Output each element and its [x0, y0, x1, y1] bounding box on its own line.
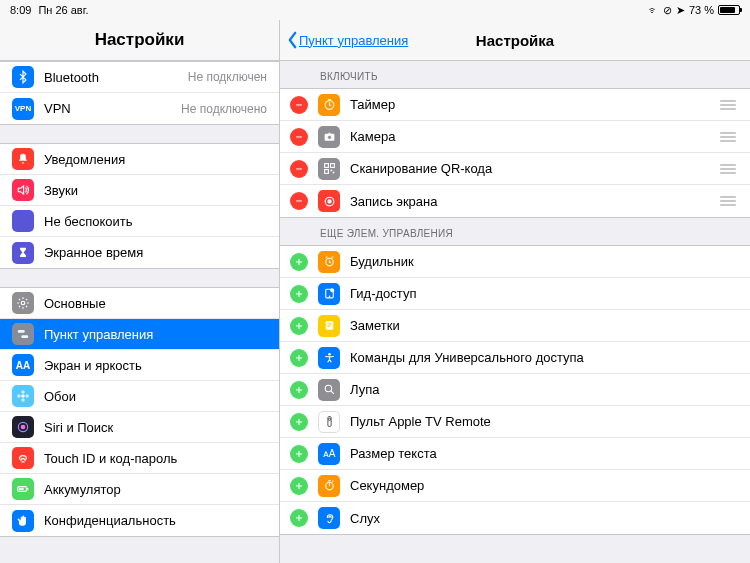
hand-icon: [12, 510, 34, 532]
vpn-icon: VPN: [12, 98, 34, 120]
alarm-icon: [318, 251, 340, 273]
svg-point-5: [21, 398, 25, 402]
sidebar-item-hourglass[interactable]: Экранное время: [0, 237, 279, 268]
sidebar: Настройки BluetoothНе подключенVPNVPNНе …: [0, 20, 280, 563]
control-item-textsize[interactable]: ᴀAРазмер текста: [280, 438, 750, 470]
switches-icon: [12, 323, 34, 345]
sidebar-item-siri[interactable]: Siri и Поиск: [0, 412, 279, 443]
sidebar-item-label: Конфиденциальность: [44, 513, 267, 528]
control-item-access[interactable]: Команды для Универсального доступа: [280, 342, 750, 374]
add-button[interactable]: [290, 253, 308, 271]
back-button[interactable]: Пункт управления: [286, 31, 408, 49]
remove-button[interactable]: [290, 192, 308, 210]
bell-icon: [12, 148, 34, 170]
svg-rect-23: [332, 172, 334, 174]
sidebar-item-label: Bluetooth: [44, 70, 188, 85]
detail-title: Настройка: [476, 32, 554, 49]
remove-button[interactable]: [290, 128, 308, 146]
section-header-include: Включить: [280, 61, 750, 88]
remove-button[interactable]: [290, 96, 308, 114]
control-item-label: Пульт Apple TV Remote: [350, 414, 738, 429]
add-button[interactable]: [290, 349, 308, 367]
svg-rect-11: [27, 488, 28, 490]
gear-icon: [12, 292, 34, 314]
sidebar-item-switches[interactable]: Пункт управления: [0, 319, 279, 350]
svg-rect-2: [21, 335, 28, 338]
svg-point-40: [328, 353, 331, 356]
sidebar-item-moon[interactable]: Не беспокоить: [0, 206, 279, 237]
sidebar-item-battery[interactable]: Аккумулятор: [0, 474, 279, 505]
sidebar-item-detail: Не подключен: [188, 70, 267, 84]
control-item-label: Камера: [350, 129, 718, 144]
svg-point-3: [21, 394, 25, 398]
add-button[interactable]: [290, 317, 308, 335]
svg-rect-1: [18, 330, 25, 333]
add-button[interactable]: [290, 509, 308, 527]
sidebar-item-label: Siri и Поиск: [44, 420, 267, 435]
drag-handle[interactable]: [718, 100, 738, 110]
camera-icon: [318, 126, 340, 148]
add-button[interactable]: [290, 381, 308, 399]
orientation-lock-icon: ⊘: [663, 4, 672, 17]
control-item-record[interactable]: Запись экрана: [280, 185, 750, 217]
control-item-stopwatch[interactable]: Секундомер: [280, 470, 750, 502]
textsize-icon: ᴀA: [318, 443, 340, 465]
control-item-magnifier[interactable]: Лупа: [280, 374, 750, 406]
remove-button[interactable]: [290, 160, 308, 178]
sidebar-item-bluetooth[interactable]: BluetoothНе подключен: [0, 62, 279, 93]
control-item-label: Будильник: [350, 254, 738, 269]
moon-icon: [12, 210, 34, 232]
control-item-label: Секундомер: [350, 478, 738, 493]
sidebar-item-hand[interactable]: Конфиденциальность: [0, 505, 279, 536]
sidebar-item-gear[interactable]: Основные: [0, 288, 279, 319]
svg-point-33: [328, 295, 330, 297]
drag-handle[interactable]: [718, 164, 738, 174]
add-button[interactable]: [290, 477, 308, 495]
svg-point-9: [21, 425, 26, 430]
sidebar-item-flower[interactable]: Обои: [0, 381, 279, 412]
remote-icon: [318, 411, 340, 433]
svg-point-17: [327, 135, 331, 139]
add-button[interactable]: [290, 285, 308, 303]
sidebar-item-label: Аккумулятор: [44, 482, 267, 497]
svg-point-6: [17, 394, 21, 398]
control-item-camera[interactable]: Камера: [280, 121, 750, 153]
control-item-guide[interactable]: Гид-доступ: [280, 278, 750, 310]
svg-rect-21: [324, 170, 328, 174]
sidebar-item-speaker[interactable]: Звуки: [0, 175, 279, 206]
sidebar-item-vpn[interactable]: VPNVPNНе подключено: [0, 93, 279, 124]
fingerprint-icon: [12, 447, 34, 469]
drag-handle[interactable]: [718, 196, 738, 206]
add-button[interactable]: [290, 413, 308, 431]
control-item-remote[interactable]: Пульт Apple TV Remote: [280, 406, 750, 438]
access-icon: [318, 347, 340, 369]
svg-point-0: [21, 301, 25, 305]
sidebar-item-brightness[interactable]: AAЭкран и яркость: [0, 350, 279, 381]
drag-handle[interactable]: [718, 132, 738, 142]
control-item-timer[interactable]: Таймер: [280, 89, 750, 121]
sidebar-item-fingerprint[interactable]: Touch ID и код-пароль: [0, 443, 279, 474]
svg-rect-22: [330, 170, 332, 172]
sidebar-item-label: Touch ID и код-пароль: [44, 451, 267, 466]
battery-icon: [12, 478, 34, 500]
control-item-label: Таймер: [350, 97, 718, 112]
statusbar-date: Пн 26 авг.: [38, 4, 88, 16]
svg-point-26: [327, 199, 331, 203]
hourglass-icon: [12, 242, 34, 264]
control-item-note[interactable]: Заметки: [280, 310, 750, 342]
svg-point-43: [325, 385, 332, 392]
back-label: Пункт управления: [299, 33, 408, 48]
control-item-label: Заметки: [350, 318, 738, 333]
sidebar-item-label: Основные: [44, 296, 267, 311]
sidebar-item-detail: Не подключено: [181, 102, 267, 116]
statusbar-right: ᯤ ⊘ ➤ 73 %: [648, 4, 740, 17]
control-item-qr[interactable]: Сканирование QR-кода: [280, 153, 750, 185]
svg-rect-37: [325, 321, 333, 330]
sidebar-title: Настройки: [0, 20, 279, 61]
control-item-label: Слух: [350, 511, 738, 526]
add-button[interactable]: [290, 445, 308, 463]
sidebar-item-bell[interactable]: Уведомления: [0, 144, 279, 175]
control-item-label: Сканирование QR-кода: [350, 161, 718, 176]
control-item-alarm[interactable]: Будильник: [280, 246, 750, 278]
control-item-ear[interactable]: Слух: [280, 502, 750, 534]
